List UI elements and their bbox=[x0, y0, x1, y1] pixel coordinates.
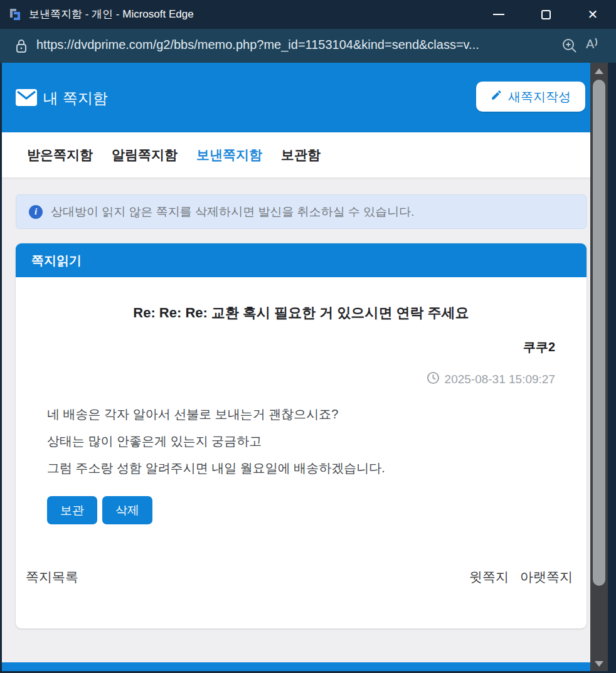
scrollbar-thumb[interactable] bbox=[593, 80, 605, 586]
close-icon: ✕ bbox=[588, 8, 598, 21]
clock-icon bbox=[427, 371, 440, 388]
scrollbar[interactable] bbox=[590, 63, 608, 671]
message-body-line: 네 배송은 각자 알아서 선불로 보내는거 괜찮으시죠? bbox=[47, 401, 587, 428]
window-right-border bbox=[608, 63, 616, 673]
minimize-icon bbox=[493, 14, 504, 15]
pencil-icon bbox=[491, 89, 502, 104]
message-body-line: 상태는 많이 안좋은게 있는지 궁금하고 bbox=[47, 428, 587, 455]
browser-window: 보낸쪽지함 - 개인 - Microsoft Edge ✕ https://dv… bbox=[0, 0, 616, 673]
message-sender: 쿠쿠2 bbox=[16, 339, 587, 356]
message-time-row: 2025-08-31 15:09:27 bbox=[16, 371, 587, 388]
dvdprime-favicon-icon bbox=[8, 7, 23, 22]
footer-nav: 쪽지목록 윗쪽지 아랫쪽지 bbox=[16, 568, 587, 586]
envelope-icon bbox=[16, 89, 37, 109]
compose-button[interactable]: 새쪽지작성 bbox=[476, 82, 585, 112]
minimize-button[interactable] bbox=[484, 2, 513, 27]
titlebar: 보낸쪽지함 - 개인 - Microsoft Edge ✕ bbox=[0, 0, 616, 29]
maximize-button[interactable] bbox=[531, 2, 560, 27]
prev-message-link[interactable]: 윗쪽지 bbox=[469, 568, 509, 586]
scroll-up-button[interactable] bbox=[595, 68, 603, 74]
mailbox-tabs: 받은쪽지함 알림쪽지함 보낸쪽지함 보관함 bbox=[2, 132, 590, 178]
address-bar-row: https://dvdprime.com/g2/bbs/memo.php?me_… bbox=[0, 29, 616, 63]
page-title: 내 쪽지함 bbox=[43, 88, 108, 109]
message-list-link[interactable]: 쪽지목록 bbox=[26, 568, 78, 586]
maximize-icon bbox=[541, 10, 551, 19]
info-banner: i 상대방이 읽지 않은 쪽지를 삭제하시면 발신을 취소하실 수 있습니다. bbox=[16, 194, 587, 229]
lock-icon[interactable] bbox=[14, 38, 29, 57]
tab-notification[interactable]: 알림쪽지함 bbox=[112, 146, 178, 164]
next-section-header-strip bbox=[2, 662, 590, 671]
compose-button-label: 새쪽지작성 bbox=[508, 88, 571, 105]
message-actions: 보관 삭제 bbox=[16, 496, 587, 524]
message-datetime: 2025-08-31 15:09:27 bbox=[445, 373, 555, 386]
tab-sent[interactable]: 보낸쪽지함 bbox=[196, 146, 262, 164]
address-bar[interactable]: https://dvdprime.com/g2/bbs/memo.php?me_… bbox=[36, 38, 551, 52]
archive-button[interactable]: 보관 bbox=[47, 496, 97, 524]
next-message-link[interactable]: 아랫쪽지 bbox=[520, 568, 573, 586]
message-body-line: 그럼 주소랑 성함 알려주시면 내일 월요일에 배송하겠습니다. bbox=[47, 455, 587, 482]
info-icon: i bbox=[29, 205, 43, 219]
tab-archive[interactable]: 보관함 bbox=[281, 146, 321, 164]
message-panel: 쪽지읽기 Re: Re: Re: 교환 혹시 필요한 거 있으시면 연락 주세요… bbox=[16, 243, 587, 628]
read-aloud-icon[interactable]: A bbox=[586, 37, 600, 51]
close-button[interactable]: ✕ bbox=[578, 2, 607, 27]
panel-title: 쪽지읽기 bbox=[31, 252, 82, 269]
scroll-down-button[interactable] bbox=[595, 661, 603, 667]
message-body: 네 배송은 각자 알아서 선불로 보내는거 괜찮으시죠? 상태는 많이 안좋은게… bbox=[16, 401, 587, 482]
message-subject: Re: Re: Re: 교환 혹시 필요한 거 있으시면 연락 주세요 bbox=[16, 304, 587, 322]
delete-button[interactable]: 삭제 bbox=[102, 496, 152, 524]
tab-received[interactable]: 받은쪽지함 bbox=[27, 146, 93, 164]
panel-header: 쪽지읽기 bbox=[16, 243, 587, 277]
window-title: 보낸쪽지함 - 개인 - Microsoft Edge bbox=[29, 7, 194, 21]
zoom-in-icon[interactable] bbox=[561, 37, 578, 57]
info-banner-text: 상대방이 읽지 않은 쪽지를 삭제하시면 발신을 취소하실 수 있습니다. bbox=[51, 204, 415, 220]
mailbox-header: 내 쪽지함 새쪽지작성 bbox=[2, 63, 590, 132]
